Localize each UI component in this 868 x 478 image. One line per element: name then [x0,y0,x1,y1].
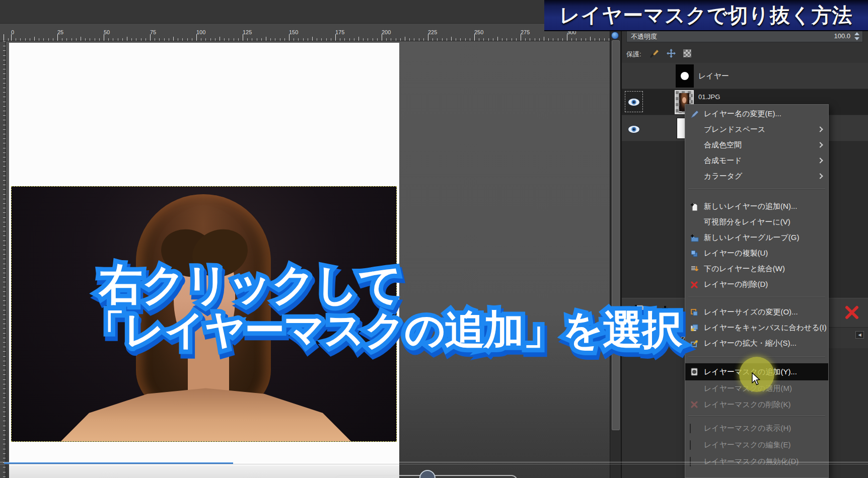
vertical-ruler[interactable] [0,41,6,478]
submenu-arrow-icon [817,173,823,179]
menu-item-label: 合成モード [704,156,742,166]
video-title-text: レイヤーマスクで切り抜く方法 [559,2,852,29]
menu-item-show-layer-mask[interactable]: レイヤーマスクの表示(H) [685,420,828,437]
mask-circle [681,72,689,80]
empty-icon-slot [690,141,700,150]
delete-layer-button[interactable] [844,305,859,322]
menu-item-visible-to-layer[interactable]: 可視部分をレイヤーに(V) [685,214,828,230]
layer-name[interactable]: レイヤー [698,71,729,81]
tab-configure-button[interactable]: ◀ [855,331,864,339]
ruler-ticks-minor [3,41,6,478]
menu-separator [688,189,825,190]
menu-item-new-layer[interactable]: 新しいレイヤーの追加(N)... [685,199,828,214]
menu-item-composite-mode[interactable]: 合成モード [685,153,828,169]
checkbox-icon [690,424,700,433]
lock-pixels-brush-icon[interactable] [649,48,660,58]
duplicate-icon [690,249,700,258]
menu-item-label: レイヤーの削除(D) [704,280,768,289]
new-layer-icon [690,202,700,211]
scrollbar-thumb[interactable] [612,40,620,430]
menu-item-delete-layer-mask[interactable]: レイヤーマスクの削除(K) [685,396,828,413]
menu-item-blend-space[interactable]: ブレンドスペース [685,122,828,137]
menu-separator [688,297,825,298]
menu-item-label: ブレンドスペース [704,125,765,134]
spin-up-icon[interactable] [854,32,859,35]
eye-iris [631,100,636,105]
video-title-banner: レイヤーマスクで切り抜く方法 [544,0,868,31]
menu-item-label: カラータグ [704,172,742,181]
layer-context-menu: レイヤー名の変更(E)... ブレンドスペース 合成色空間 合成モード カラータ… [685,104,829,478]
new-group-icon [690,233,700,243]
fit-canvas-icon [690,324,700,333]
menu-item-new-layer-group[interactable]: 新しいレイヤーグループ(G) [685,230,828,246]
eye-iris [631,127,636,132]
empty-icon-slot [690,384,700,393]
opacity-label: 不透明度 [631,32,657,41]
menu-item-label: レイヤーをキャンバスに合わせる(I) [704,323,827,333]
menu-separator [688,416,825,417]
menu-item-layer-to-canvas-size[interactable]: レイヤーをキャンバスに合わせる(I) [685,320,828,336]
menu-item-label: 新しいレイヤーグループ(G) [704,233,799,243]
opacity-spinner[interactable] [854,32,860,41]
delete-x-icon [690,280,700,289]
menu-item-label: レイヤーサイズの変更(O)... [704,307,798,317]
eye-icon[interactable] [628,125,640,133]
empty-icon-slot [690,218,700,227]
menu-item-label: レイヤーマスクの表示(H) [704,424,791,433]
ruler-ticks-major [0,34,610,41]
menu-item-label: レイヤーマスクの編集(E) [704,440,790,450]
scale-icon [690,339,700,348]
menu-item-edit-layer-mask[interactable]: レイヤーマスクの編集(E) [685,437,828,453]
lock-alpha-icon[interactable] [683,49,691,57]
portrait-shoulders [60,386,352,442]
menu-item-label: 下のレイヤーと統合(W) [704,264,785,274]
menu-item-duplicate-layer[interactable]: レイヤーの複製(U) [685,246,828,261]
menu-item-label: レイヤーの複製(U) [704,249,768,258]
menu-item-label: レイヤーマスクの削除(K) [704,400,790,410]
add-mask-icon [690,367,700,376]
lock-row: 保護: [626,48,863,59]
image-canvas[interactable] [6,41,610,478]
caption-line-2: 「レイヤーマスクの追加」を選択 [85,309,681,351]
video-progress-track-shadow [0,464,868,464]
menu-item-rename-layer[interactable]: レイヤー名の変更(E)... [685,106,828,122]
thumbnail-face [682,97,686,103]
gimp-tutorial-screenshot: 0 25 50 75 100 125 150 175 200 225 250 2… [0,0,868,478]
menu-item-label: 新しいレイヤーの追加(N)... [704,202,797,211]
video-progress-watched[interactable] [4,462,233,464]
opacity-value: 100.0 [834,32,850,40]
delete-mask-x-icon [690,400,700,409]
menu-item-label: レイヤー名の変更(E)... [704,109,781,119]
resize-icon [690,308,700,317]
submenu-arrow-icon [817,126,823,132]
menu-item-color-tag[interactable]: カラータグ [685,169,828,184]
mouse-cursor-icon [751,372,762,388]
submenu-arrow-icon [817,157,823,163]
caption-line-1: 右クリックして [99,262,401,307]
empty-icon-slot [690,125,700,134]
menu-item-layer-boundary-size[interactable]: レイヤーサイズの変更(O)... [685,304,828,320]
protect-label: 保護: [626,50,641,59]
canvas-navigation-button[interactable] [611,32,619,39]
canvas-vertical-scrollbar[interactable] [610,24,621,478]
menu-item-composite-space[interactable]: 合成色空間 [685,137,828,153]
horizontal-ruler[interactable]: 0 25 50 75 100 125 150 175 200 225 250 2… [0,24,610,41]
lock-position-move-icon[interactable] [666,48,676,58]
layer-name[interactable]: 01.JPG [698,93,720,101]
submenu-arrow-icon [817,142,823,147]
spin-down-icon[interactable] [854,37,859,40]
layer-row-mask[interactable]: レイヤー [622,63,868,89]
menu-item-scale-layer[interactable]: レイヤーの拡大・縮小(S)... [685,336,828,351]
menu-item-label: 可視部分をレイヤーに(V) [704,217,790,227]
checkbox-icon [690,441,700,450]
menu-item-merge-down[interactable]: 下のレイヤーと統合(W) [685,261,828,277]
menu-item-label: レイヤーの拡大・縮小(S)... [704,339,797,348]
empty-icon-slot [690,172,700,181]
empty-icon-slot [690,156,700,166]
window-top-area [0,0,610,24]
layer-thumbnail-mask[interactable] [676,64,694,88]
eye-icon[interactable] [628,98,640,106]
menu-item-delete-layer[interactable]: レイヤーの削除(D) [685,277,828,292]
menu-item-label: 合成色空間 [704,140,742,150]
pencil-icon [690,110,700,119]
